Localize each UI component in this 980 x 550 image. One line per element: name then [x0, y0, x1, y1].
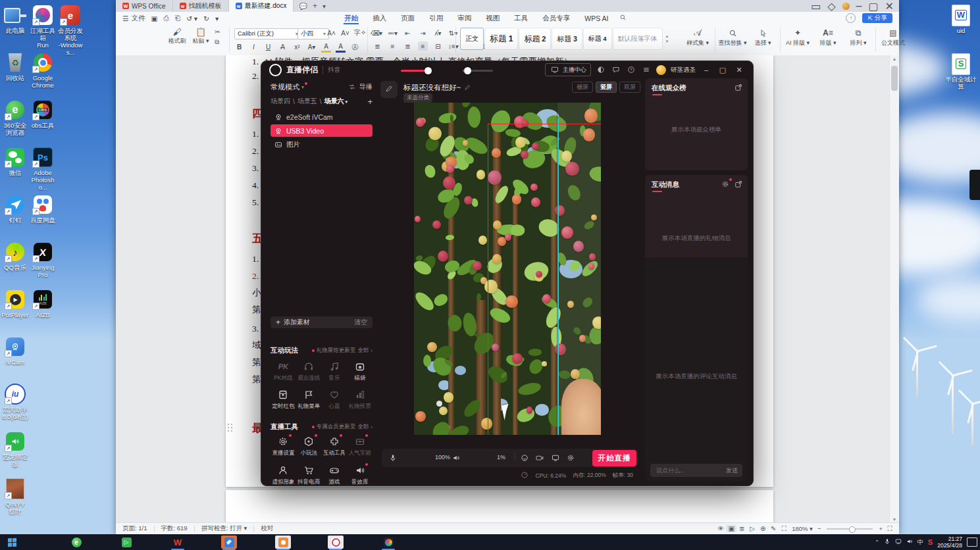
- desktop-icon-pot[interactable]: ▶↗PotPlayer: [1, 288, 29, 319]
- style-chip-0[interactable]: 正文: [461, 28, 483, 49]
- start-button[interactable]: [4, 536, 20, 549]
- save-icon[interactable]: ▣: [151, 14, 157, 22]
- menu-视图[interactable]: 视图: [478, 12, 507, 24]
- send-button[interactable]: 发送: [726, 466, 738, 475]
- wps-maximize-button[interactable]: ▢: [868, 0, 878, 12]
- style-chip-1[interactable]: 标题 1: [485, 28, 517, 49]
- taskbar-wps[interactable]: W: [170, 536, 186, 549]
- view-outline-icon[interactable]: ≣: [736, 525, 747, 532]
- distribute-icon[interactable]: ⊟: [433, 41, 443, 51]
- selection-rectangle[interactable]: [488, 124, 601, 435]
- tool-person[interactable]: 虚拟形象: [271, 464, 296, 486]
- taskbar-360-browser[interactable]: e: [68, 536, 84, 549]
- strike-button[interactable]: A: [278, 43, 288, 52]
- wps-tab-2[interactable]: w最新搭建.docx: [229, 0, 294, 12]
- interact-bag[interactable]: 福袋: [347, 360, 373, 382]
- category-tag[interactable]: 未选分类: [403, 93, 432, 103]
- chat-input[interactable]: [655, 466, 726, 474]
- align-right-icon[interactable]: ≣: [403, 41, 413, 51]
- style-chip-3[interactable]: 标题 3: [552, 28, 581, 49]
- paragraph-drag-handle[interactable]: [228, 424, 233, 432]
- style-chip-4[interactable]: 标题 4: [584, 28, 611, 49]
- screen-mode-3[interactable]: 双屏: [619, 82, 640, 93]
- play-view-icon[interactable]: ▷: [747, 525, 758, 532]
- interact-more-link[interactable]: 礼物展馆更新至全部›: [312, 347, 373, 355]
- source-item-1[interactable]: USB3 Video: [271, 124, 373, 137]
- message-panel-title[interactable]: 互动消息: [652, 180, 679, 189]
- ribbon-tool-search[interactable]: 查找替换 ▾: [718, 27, 747, 47]
- eye-icon[interactable]: 👁: [715, 525, 726, 532]
- menu-插入[interactable]: 插入: [365, 12, 394, 24]
- desktop-icon-recycle[interactable]: ♻回收站: [1, 51, 29, 82]
- notification-icon[interactable]: [967, 538, 977, 547]
- popout-icon[interactable]: [733, 179, 744, 189]
- add-material-button[interactable]: +添加素材 清空: [271, 316, 373, 328]
- mic-slider[interactable]: [401, 70, 431, 72]
- superscript-button[interactable]: x²: [292, 43, 302, 52]
- interact-heart[interactable]: 心愿: [322, 388, 348, 411]
- desktop-icon-green[interactable]: ↗艺龙绑定版: [1, 430, 29, 468]
- document-scrollbar[interactable]: ▲ ▼: [889, 55, 899, 523]
- underline-button[interactable]: U: [263, 43, 273, 52]
- interact-music[interactable]: 音乐: [322, 360, 348, 382]
- screen-mode-1[interactable]: 横屏: [572, 82, 593, 93]
- desktop-icon-aizb[interactable]: AIZB↗AIZB: [29, 288, 57, 319]
- text-effects-icon[interactable]: 字✧: [354, 28, 366, 38]
- outdent-icon[interactable]: ⇤: [403, 28, 413, 38]
- live-minimize-button[interactable]: –: [700, 64, 712, 75]
- redo-icon[interactable]: ↻: [203, 14, 209, 22]
- indent-icon[interactable]: ⇥: [418, 28, 428, 38]
- align-center-icon[interactable]: ≡: [388, 41, 398, 51]
- tray-speaker-icon[interactable]: [906, 538, 913, 546]
- font-size-select[interactable]: 小四▾: [297, 28, 329, 39]
- menu-引用[interactable]: 引用: [422, 12, 450, 24]
- screen-share-icon[interactable]: [552, 453, 559, 464]
- format-painter-button[interactable]: 🖌格式刷: [166, 27, 188, 45]
- menu-会员专享[interactable]: 会员专享: [535, 12, 577, 24]
- char-border-button[interactable]: Ⓐ: [350, 43, 360, 52]
- font-color-button[interactable]: A: [336, 41, 346, 53]
- desktop-icon-baidu[interactable]: ↗百度网盘: [29, 193, 57, 224]
- fullscreen-icon[interactable]: ⛶: [885, 525, 895, 533]
- copy-icon[interactable]: ⧉: [215, 38, 220, 46]
- tray-ime-icon[interactable]: 中: [917, 538, 923, 547]
- zoom-level[interactable]: 180% ▾: [792, 525, 813, 532]
- asian-layout-icon[interactable]: ᴀ̽▾: [433, 28, 443, 38]
- anchor-center-button[interactable]: 主播中心: [545, 63, 591, 76]
- clock[interactable]: 21:272025/4/28: [937, 536, 962, 549]
- live-close-button[interactable]: ✕: [733, 64, 745, 75]
- menu-工具[interactable]: 工具: [507, 12, 535, 24]
- highlight-button[interactable]: A: [321, 41, 331, 53]
- ribbon-tool-cursor[interactable]: 选择 ▾: [748, 27, 777, 47]
- bullets-icon[interactable]: ≔▾: [373, 28, 382, 38]
- taskbar-blue-app[interactable]: [221, 536, 237, 549]
- tray-display-icon[interactable]: [895, 538, 902, 546]
- undo-icon[interactable]: ↺ ▾: [186, 14, 197, 22]
- tool-hexa[interactable]: 小玩法: [296, 435, 322, 457]
- desktop-icon-iu[interactable]: iu↗宏天助手 8.0(64位): [1, 383, 29, 421]
- numbering-icon[interactable]: ≕▾: [388, 28, 398, 38]
- status-page[interactable]: 页面: 1/1: [122, 524, 147, 533]
- desktop-icon-ps[interactable]: Ps↗Adobe Photosho...: [29, 146, 57, 191]
- fit-page-icon[interactable]: ⛶: [779, 525, 789, 533]
- print-preview-icon[interactable]: ⎗: [175, 14, 180, 22]
- paste-button[interactable]: 📋粘贴 ▾: [190, 27, 212, 45]
- ribbon-tool-docmode[interactable]: ▤公文模式: [879, 27, 908, 47]
- interact-headset[interactable]: 观众连线: [296, 360, 322, 382]
- theme-icon[interactable]: [596, 64, 606, 75]
- tool-game[interactable]: 游戏: [322, 464, 348, 486]
- menu-WPS AI[interactable]: WPS AI: [577, 12, 615, 24]
- upload-icon[interactable]: ↑: [846, 13, 856, 23]
- cut-icon[interactable]: ✂: [215, 28, 220, 36]
- desktop-icon-ivcam[interactable]: ↗iVCam: [1, 336, 29, 366]
- tray-expand-icon[interactable]: ⌃: [875, 539, 879, 545]
- tool-gear[interactable]: 直播设置: [271, 435, 296, 457]
- edit-mode-icon[interactable]: ✎: [768, 525, 779, 532]
- tray-mic-icon[interactable]: [884, 538, 890, 546]
- desktop-icon-chrome[interactable]: ↗Google Chrome: [29, 51, 57, 89]
- desktop-icon-jy[interactable]: X↗Jianying Pro: [29, 241, 57, 279]
- status-spell[interactable]: 拼写检查: 打开 ▾: [201, 524, 247, 533]
- wps-tab-0[interactable]: WWPS Office: [116, 0, 173, 12]
- menu-开始[interactable]: 开始: [337, 12, 365, 24]
- zoom-in-button[interactable]: +: [879, 525, 883, 532]
